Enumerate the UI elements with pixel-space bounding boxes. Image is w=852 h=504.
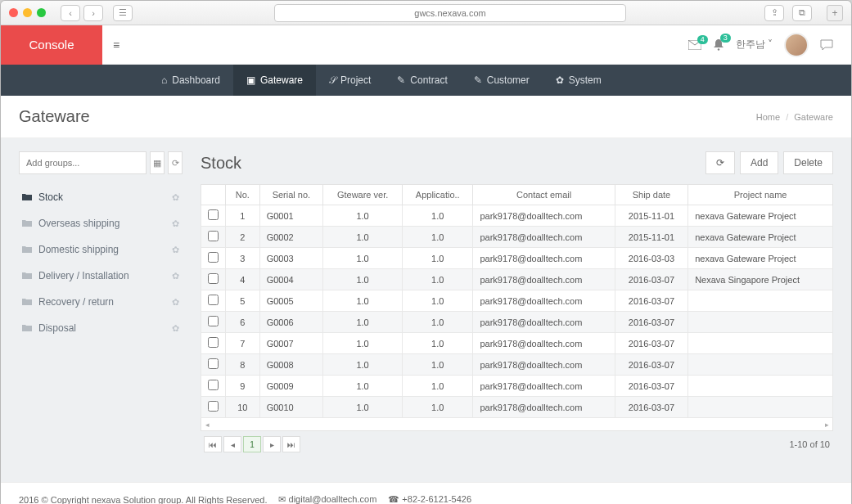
- mail-icon[interactable]: 4: [688, 40, 701, 50]
- gear-icon[interactable]: ✿: [172, 271, 179, 281]
- pager-last-button[interactable]: ⏭: [282, 436, 300, 452]
- username-label[interactable]: 한주남 ˅: [736, 38, 773, 52]
- table-row[interactable]: 9G00091.01.0park9178@doalltech.com2016-0…: [201, 376, 833, 397]
- col-gver[interactable]: Gteware ver.: [323, 185, 403, 205]
- row-checkbox[interactable]: [208, 337, 219, 348]
- gear-icon[interactable]: ✿: [172, 323, 179, 334]
- scroll-left-icon[interactable]: ◂: [201, 421, 213, 429]
- gear-icon[interactable]: ✿: [172, 297, 179, 308]
- table-row[interactable]: 3G00031.01.0park9178@doalltech.com2016-0…: [201, 248, 833, 269]
- nav-gateware[interactable]: ▣Gateware: [233, 65, 316, 96]
- cell-email: park9178@doalltech.com: [473, 205, 615, 227]
- chat-icon[interactable]: [820, 39, 833, 51]
- cell-email: park9178@doalltech.com: [473, 376, 615, 397]
- table-row[interactable]: 6G00061.01.0park9178@doalltech.com2016-0…: [201, 312, 833, 333]
- browser-sidebar-button[interactable]: ☰: [113, 5, 133, 21]
- sidebar-item[interactable]: Delivery / Installation✿: [19, 263, 183, 289]
- pager-page-button[interactable]: 1: [243, 436, 261, 452]
- footer-copyright: 2016 © Copyright nexava Solution group. …: [19, 495, 267, 505]
- cell-email: park9178@doalltech.com: [473, 312, 615, 333]
- table-row[interactable]: 7G00071.01.0park9178@doalltech.com2016-0…: [201, 333, 833, 354]
- col-no[interactable]: No.: [226, 185, 260, 205]
- sidebar-item[interactable]: Stock✿: [19, 184, 183, 210]
- cell-project: nexava Gateware Project: [688, 227, 833, 248]
- breadcrumb: Home / Gateware: [756, 112, 833, 122]
- browser-tabs-button[interactable]: ⧉: [792, 5, 812, 21]
- cell-ship: 2015-11-01: [615, 227, 687, 248]
- add-button[interactable]: Add: [740, 151, 778, 174]
- breadcrumb-home[interactable]: Home: [756, 112, 780, 122]
- col-appver[interactable]: Applicatio..: [403, 185, 473, 205]
- col-project[interactable]: Project name: [688, 185, 833, 205]
- cell-project: [688, 376, 833, 397]
- pager-next-button[interactable]: ▸: [263, 436, 281, 452]
- col-ship[interactable]: Ship date: [615, 185, 687, 205]
- table-row[interactable]: 8G00081.01.0park9178@doalltech.com2016-0…: [201, 354, 833, 376]
- browser-share-button[interactable]: ⇪: [764, 5, 784, 21]
- row-checkbox[interactable]: [208, 252, 219, 263]
- page-title: Gateware: [19, 107, 90, 126]
- window-maximize-icon[interactable]: [37, 8, 46, 17]
- col-email[interactable]: Contact email: [473, 185, 615, 205]
- add-groups-submit-icon[interactable]: ▦: [150, 151, 165, 174]
- pager-first-button[interactable]: ⏮: [204, 436, 222, 452]
- cell-ship: 2015-11-01: [615, 205, 687, 227]
- sidebar-item[interactable]: Overseas shipping✿: [19, 210, 183, 236]
- scroll-right-icon[interactable]: ▸: [821, 421, 832, 429]
- browser-url-text: gwcs.nexava.com: [414, 8, 485, 18]
- svg-point-0: [717, 48, 719, 50]
- pager-prev-button[interactable]: ◂: [223, 436, 241, 452]
- table-row[interactable]: 10G00101.01.0park9178@doalltech.com2016-…: [201, 397, 833, 418]
- sidebar-item[interactable]: Domestic shipping✿: [19, 236, 183, 263]
- row-checkbox[interactable]: [208, 316, 219, 326]
- table-row[interactable]: 2G00021.01.0park9178@doalltech.com2015-1…: [201, 227, 833, 248]
- cell-serial: G0008: [259, 354, 323, 376]
- delete-button[interactable]: Delete: [783, 151, 833, 174]
- row-checkbox[interactable]: [208, 295, 219, 305]
- add-groups-input[interactable]: [19, 151, 147, 174]
- footer-phone[interactable]: ☎ +82-2-6121-5426: [388, 494, 471, 504]
- avatar[interactable]: [784, 33, 809, 57]
- browser-url-bar[interactable]: gwcs.nexava.com: [274, 4, 626, 22]
- gear-icon[interactable]: ✿: [172, 192, 179, 203]
- row-checkbox[interactable]: [208, 273, 219, 284]
- row-checkbox[interactable]: [208, 358, 219, 369]
- menu-toggle-icon[interactable]: ≡: [102, 38, 130, 52]
- browser-back-button[interactable]: ‹: [61, 5, 80, 21]
- table-row[interactable]: 4G00041.01.0park9178@doalltech.com2016-0…: [201, 269, 833, 290]
- folder-icon: [22, 219, 32, 227]
- footer-email[interactable]: ✉ digital@doalltech.com: [278, 494, 376, 504]
- horizontal-scrollbar[interactable]: ◂ ▸: [201, 418, 833, 431]
- cell-gver: 1.0: [323, 312, 403, 333]
- cell-gver: 1.0: [323, 227, 403, 248]
- row-checkbox[interactable]: [208, 209, 219, 220]
- window-minimize-icon[interactable]: [23, 8, 32, 17]
- table-row[interactable]: 5G00051.01.0park9178@doalltech.com2016-0…: [201, 290, 833, 312]
- gear-icon[interactable]: ✿: [172, 218, 179, 229]
- row-checkbox[interactable]: [208, 380, 219, 390]
- bell-icon[interactable]: 3: [713, 38, 724, 51]
- brand-logo[interactable]: Console: [1, 25, 102, 65]
- row-checkbox[interactable]: [208, 231, 219, 241]
- gear-icon[interactable]: ✿: [172, 245, 179, 255]
- nav-dashboard[interactable]: ⌂Dashboard: [148, 65, 233, 96]
- window-close-icon[interactable]: [9, 8, 18, 17]
- section-heading: Stock: [201, 154, 241, 173]
- nav-contract[interactable]: ✎Contract: [384, 65, 460, 96]
- refresh-button[interactable]: ⟳: [705, 151, 735, 174]
- cell-appver: 1.0: [403, 376, 473, 397]
- browser-forward-button[interactable]: ›: [83, 5, 103, 21]
- col-serial[interactable]: Serial no.: [259, 185, 323, 205]
- sidebar-item[interactable]: Recovery / return✿: [19, 289, 183, 315]
- sidebar-item[interactable]: Disposal✿: [19, 315, 183, 341]
- cell-gver: 1.0: [323, 205, 403, 227]
- cell-project: [688, 290, 833, 312]
- cell-gver: 1.0: [323, 248, 403, 269]
- table-row[interactable]: 1G00011.01.0park9178@doalltech.com2015-1…: [201, 205, 833, 227]
- nav-system[interactable]: ✿System: [543, 65, 615, 96]
- row-checkbox[interactable]: [208, 401, 219, 412]
- nav-project[interactable]: 𝒮Project: [316, 65, 384, 96]
- nav-customer[interactable]: ✎Customer: [461, 65, 543, 96]
- new-tab-button[interactable]: +: [827, 5, 843, 21]
- refresh-groups-icon[interactable]: ⟳: [168, 151, 183, 174]
